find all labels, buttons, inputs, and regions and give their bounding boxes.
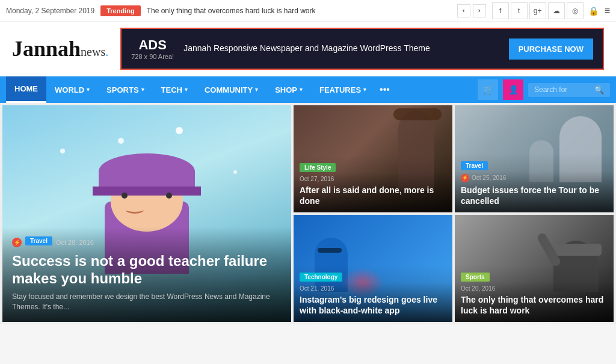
logo-main: Jannah <box>12 37 81 61</box>
featured-article-date: Oct 28, 2016 <box>56 239 94 246</box>
top-bar: Monday, 2 September 2019 Trending The on… <box>0 0 616 22</box>
featured-article[interactable]: ⚡ Travel Oct 28, 2016 Success is not a g… <box>2 105 291 322</box>
nav-item-features[interactable]: FEATURES ▾ <box>311 76 375 103</box>
search-box[interactable]: 🔍 <box>528 83 610 97</box>
twitter-icon[interactable]: t <box>511 2 528 19</box>
sports-date: Oct 20, 2016 <box>461 285 495 292</box>
trending-text: The only thing that overcomes hard luck … <box>147 7 457 15</box>
search-icon[interactable]: 🔍 <box>594 85 604 94</box>
search-input[interactable] <box>534 85 594 94</box>
facebook-icon[interactable]: f <box>492 2 509 19</box>
article-sports[interactable]: Sports Oct 20, 2016 The only thing that … <box>455 215 614 322</box>
ads-size: 728 x 90 Area! <box>131 53 174 60</box>
lock-icon[interactable]: 🔒 <box>588 6 599 16</box>
nav-item-home[interactable]: HOME <box>6 76 46 103</box>
sports-tag: Sports <box>461 273 490 282</box>
nav-right-actions: 🛒 👤 🔍 <box>478 79 610 100</box>
article-technology[interactable]: Technology Oct 21, 2016 Instagram's big … <box>294 215 452 322</box>
lifestyle-title: After all is said and done, more is done <box>300 185 446 206</box>
logo-sub: news. <box>81 45 108 58</box>
hamburger-icon[interactable]: ≡ <box>605 5 610 16</box>
featured-article-title: Success is not a good teacher failure ma… <box>12 253 282 288</box>
ad-banner: ADS 728 x 90 Area! Jannah Responsive New… <box>120 28 604 70</box>
cart-icon-button[interactable]: 🛒 <box>478 79 498 100</box>
google-icon[interactable]: g+ <box>529 2 546 19</box>
prev-arrow-button[interactable]: ‹ <box>457 4 470 17</box>
flash-icon: ⚡ <box>12 238 22 247</box>
article-row-bottom: Technology Oct 21, 2016 Instagram's big … <box>294 215 614 322</box>
featured-article-tag: Travel <box>25 236 52 245</box>
top-bar-nav: ‹ › f t g+ ☁ ◎ 🔒 ≡ <box>457 2 610 19</box>
trending-badge: Trending <box>100 5 140 16</box>
nav-item-world[interactable]: WORLD ▾ <box>46 76 98 103</box>
technology-overlay: Technology Oct 21, 2016 Instagram's big … <box>294 265 452 322</box>
user-icon-button[interactable]: 👤 <box>503 79 523 100</box>
lifestyle-meta: Oct 27, 2016 <box>300 176 446 182</box>
site-logo[interactable]: Jannahnews. <box>12 36 108 61</box>
travel-title: Budget issues force the Tour to be cance… <box>461 185 608 206</box>
sports-overlay: Sports Oct 20, 2016 The only thing that … <box>455 265 614 322</box>
travel-tag: Travel <box>461 161 488 170</box>
ad-left: ADS 728 x 90 Area! <box>131 37 174 60</box>
header: Jannahnews. ADS 728 x 90 Area! Jannah Re… <box>0 22 616 76</box>
travel-meta: ⚡ Oct 25, 2016 <box>461 174 608 182</box>
travel-flash-icon: ⚡ <box>461 174 469 182</box>
main-nav: HOME WORLD ▾ SPORTS ▾ TECH ▾ COMMUNITY ▾… <box>0 76 616 103</box>
nav-item-sports[interactable]: SPORTS ▾ <box>98 76 152 103</box>
article-row-top: Life Style Oct 27, 2016 After all is sai… <box>294 105 614 212</box>
lifestyle-overlay: Life Style Oct 27, 2016 After all is sai… <box>294 155 452 212</box>
purchase-now-button[interactable]: PURCHASE NOW <box>509 39 593 60</box>
nav-more-dots[interactable]: ••• <box>380 84 390 95</box>
ads-title: ADS <box>131 37 174 53</box>
nav-item-shop[interactable]: SHOP ▾ <box>266 76 311 103</box>
technology-meta: Oct 21, 2016 <box>300 285 446 292</box>
soundcloud-icon[interactable]: ☁ <box>548 2 565 19</box>
technology-date: Oct 21, 2016 <box>300 285 334 292</box>
technology-tag: Technology <box>300 273 342 282</box>
featured-article-overlay: ⚡ Travel Oct 28, 2016 Success is not a g… <box>2 227 291 322</box>
article-grid: Life Style Oct 27, 2016 After all is sai… <box>294 105 614 322</box>
sports-title: The only thing that overcomes hard luck … <box>461 294 608 316</box>
sports-meta: Oct 20, 2016 <box>461 285 608 292</box>
next-arrow-button[interactable]: › <box>473 4 486 17</box>
article-travel[interactable]: Travel ⚡ Oct 25, 2016 Budget issues forc… <box>455 105 614 212</box>
date: Monday, 2 September 2019 <box>6 7 94 15</box>
content-grid: ⚡ Travel Oct 28, 2016 Success is not a g… <box>0 103 616 324</box>
travel-date: Oct 25, 2016 <box>472 174 506 181</box>
instagram-icon[interactable]: ◎ <box>567 2 584 19</box>
lifestyle-date: Oct 27, 2016 <box>300 176 334 182</box>
article-lifestyle[interactable]: Life Style Oct 27, 2016 After all is sai… <box>294 105 452 212</box>
technology-title: Instagram's big redesign goes live with … <box>300 294 446 316</box>
nav-item-community[interactable]: COMMUNITY ▾ <box>196 76 266 103</box>
featured-article-meta: ⚡ Travel Oct 28, 2016 <box>12 236 282 249</box>
lifestyle-tag: Life Style <box>300 163 336 172</box>
social-icons: f t g+ ☁ ◎ <box>492 2 584 19</box>
travel-overlay: Travel ⚡ Oct 25, 2016 Budget issues forc… <box>455 153 614 212</box>
nav-item-tech[interactable]: TECH ▾ <box>153 76 196 103</box>
ad-text: Jannah Responsive Newspaper and Magazine… <box>183 43 509 55</box>
featured-article-desc: Stay focused and remember we design the … <box>12 292 282 312</box>
